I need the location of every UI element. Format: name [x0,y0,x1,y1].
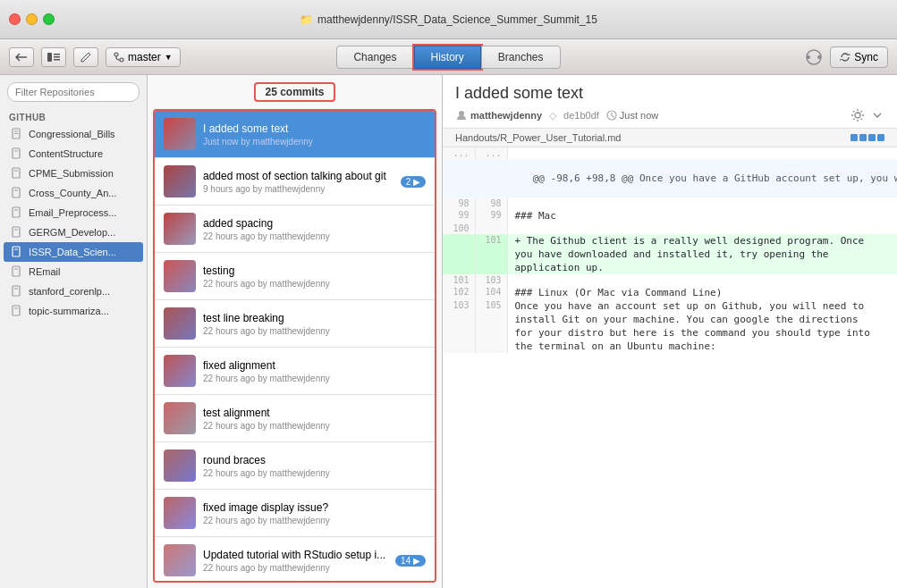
gear-icon[interactable] [850,108,865,122]
sidebar-item-stanford[interactable]: stanford_corenlp... [4,281,143,301]
diff-actions [850,108,884,122]
sidebar-item-congressional-label: Congressional_Bills [29,129,115,139]
diff-row-added-101b: you have downloaded and installed it, tr… [443,248,897,261]
avatar-1 [164,118,196,150]
commit-item-9[interactable]: fixed image display issue? 22 hours ago … [155,490,435,537]
clock-icon [606,110,617,121]
minimize-button[interactable] [26,13,38,25]
repo-icon [11,265,23,278]
diff-author-name: matthewjdenny [470,110,542,121]
line-num-r-104: 104 [475,286,507,299]
commit-item-6[interactable]: fixed alignment 22 hours ago by matthewj… [155,348,435,395]
commit-meta-9: 22 hours ago by matthewjdenny [203,516,426,525]
commit-info-3: added spacing 22 hours ago by matthewjde… [203,217,426,241]
back-forward-button[interactable] [9,47,34,67]
line-num-r-99: 99 [475,209,507,223]
tab-changes[interactable]: Changes [336,46,413,69]
commit-badge-2: 2 ▶ [401,176,426,188]
diff-row-102: 102 104 ### Linux (Or Mac via Command Li… [443,286,897,299]
filter-input[interactable] [7,82,140,102]
file-path: Handouts/R_Power_User_Tutorial.md [455,132,621,143]
line-num-r-c1 [475,313,507,326]
diff-arrow-icon: ◇ [549,110,556,122]
chevron-down-icon[interactable] [870,108,884,122]
diff-row-cont3: the terminal on an Ubuntu machine: [443,340,897,353]
line-code-98 [507,197,897,209]
line-code-99: ### Mac [507,209,897,223]
commit-message-8: round braces [203,454,426,466]
diff-row-103: 103 105 Once you have an account set up … [443,299,897,313]
line-code-101c: application up. [507,261,897,274]
commit-item-10[interactable]: Updated tutorial with RStudio setup i...… [155,537,435,583]
line-code-c1: install Git on your machine. You can goo… [507,313,897,326]
sidebar-item-remail[interactable]: REmail [4,262,143,281]
sync-button[interactable]: Sync [830,46,888,68]
sidebar-toggle-button[interactable] [41,47,66,67]
sidebar-item-cross[interactable]: Cross_County_An... [4,183,143,203]
maximize-button[interactable] [43,13,55,25]
close-button[interactable] [9,13,21,25]
svg-rect-24 [13,266,20,276]
sidebar-item-issr-label: ISSR_Data_Scien... [29,247,116,257]
branch-selector[interactable]: master ▼ [106,47,181,67]
diff-row-99: 99 99 ### Mac [443,209,897,223]
commit-item-5[interactable]: test line breaking 22 hours ago by matth… [155,300,435,348]
repo-icon [11,167,23,180]
commit-item-8[interactable]: round braces 22 hours ago by matthewjden… [155,442,435,490]
file-expander[interactable] [850,134,884,141]
commits-list[interactable]: I added some text Just now by matthewjde… [153,109,436,583]
commit-meta-2: 9 hours ago by matthewjdenny [203,184,393,194]
diff-hunk-header: @@ -98,6 +98,8 @@ Once you have a GitHub… [443,159,897,197]
commit-item-4[interactable]: testing 22 hours ago by matthewjdenny [155,253,435,300]
svg-rect-18 [13,207,20,217]
sidebar-item-issr[interactable]: ISSR_Data_Scien... [4,242,143,262]
commit-meta-1: Just now by matthewjdenny [203,137,426,147]
commit-message-5: test line breaking [203,312,426,324]
line-code-c2: for your distro but here is the command … [507,326,897,340]
svg-rect-16 [13,188,20,197]
diff-table: ... ... @@ -98,6 +98,8 @@ Once you have … [443,147,897,353]
line-num-l-101c [443,261,475,274]
diff-row-ellipsis: ... ... [443,147,897,159]
commit-message-7: test alignment [203,407,426,419]
svg-point-7 [807,55,810,59]
sidebar-item-congressional[interactable]: Congressional_Bills [4,124,143,144]
line-num-r-103: 103 [475,274,507,286]
commit-badge-10: 14 ▶ [395,555,426,567]
svg-rect-3 [54,59,60,61]
repo-icon [11,187,23,199]
sidebar-item-gergm[interactable]: GERGM_Develop... [4,223,143,242]
expander-dot-2 [859,134,867,141]
line-num-l-103: 103 [443,299,475,313]
tab-group: Changes History Branches [336,46,560,69]
commit-info-6: fixed alignment 22 hours ago by matthewj… [203,359,426,383]
sidebar-item-email-label: Email_Preprocess... [29,207,116,218]
sidebar-item-content[interactable]: ContentStructure [4,144,143,164]
sidebar-item-topic[interactable]: topic-summariza... [4,301,143,321]
tab-history[interactable]: History [414,46,481,69]
commit-item-2[interactable]: added most of section talking about git … [155,158,435,206]
avatar-2 [164,165,196,197]
branch-chevron-icon: ▼ [165,53,173,62]
commit-message-9: fixed image display issue? [203,501,426,514]
sidebar-item-cpme[interactable]: CPME_Submission [4,164,143,183]
line-num-l-c3 [443,340,475,353]
expander-dot-4 [877,134,884,141]
edit-button[interactable] [73,47,98,67]
commit-item-1[interactable]: I added some text Just now by matthewjde… [155,111,435,158]
commit-meta-3: 22 hours ago by matthewjdenny [203,231,426,241]
commit-meta-10: 22 hours ago by matthewjdenny [203,563,388,573]
line-num-l-101: 101 [443,274,475,286]
svg-point-8 [817,55,821,59]
line-code-c3: the terminal on an Ubuntu machine: [507,340,897,353]
sidebar-item-cross-label: Cross_County_An... [29,188,116,198]
line-code [507,147,897,159]
svg-rect-1 [54,54,60,55]
repo-icon [11,305,23,317]
commit-item-7[interactable]: test alignment 22 hours ago by matthewjd… [155,395,435,442]
commit-item-3[interactable]: added spacing 22 hours ago by matthewjde… [155,206,435,253]
sidebar-item-email[interactable]: Email_Preprocess... [4,203,143,223]
avatar-4 [164,260,196,292]
commit-info-9: fixed image display issue? 22 hours ago … [203,501,426,525]
tab-branches[interactable]: Branches [481,46,561,69]
